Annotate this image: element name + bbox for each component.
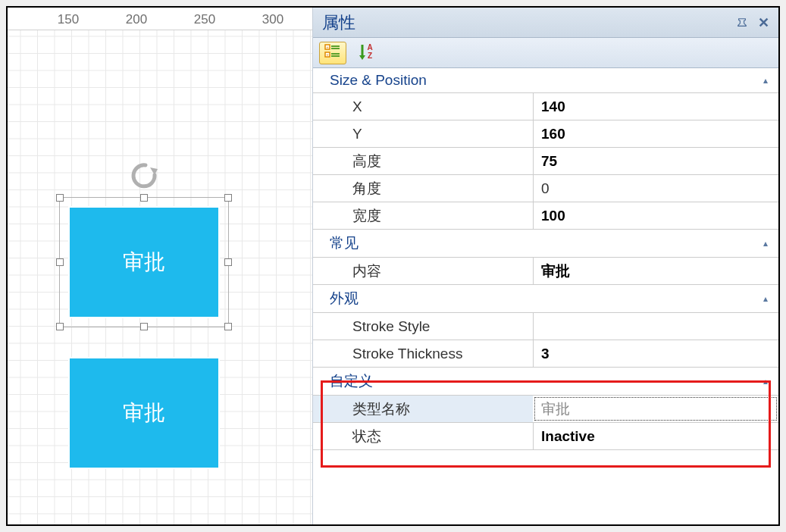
category-label: 外观 bbox=[330, 289, 359, 308]
resize-handle[interactable] bbox=[56, 258, 64, 266]
prop-name: 角度 bbox=[313, 175, 533, 202]
prop-value-editing[interactable]: 审批 bbox=[534, 397, 777, 421]
prop-row-x[interactable]: X 140 bbox=[313, 93, 778, 120]
canvas-grid[interactable]: 审批 审批 bbox=[8, 30, 312, 524]
close-icon[interactable]: ✕ bbox=[757, 17, 769, 29]
chevron-up-icon: ▴ bbox=[763, 293, 768, 304]
prop-name: Stroke Style bbox=[313, 313, 533, 340]
shape-label: 审批 bbox=[123, 248, 165, 277]
prop-value[interactable]: Inactive bbox=[533, 423, 778, 449]
alphabetical-view-button[interactable]: A Z bbox=[354, 42, 381, 64]
category-header-common[interactable]: 常见 ▴ bbox=[313, 230, 778, 258]
svg-text:+: + bbox=[326, 52, 329, 57]
resize-handle[interactable] bbox=[140, 323, 148, 330]
prop-value[interactable]: 100 bbox=[533, 202, 778, 229]
ruler-tick: 200 bbox=[126, 12, 147, 27]
canvas-pane: 150 200 250 300 审批 bbox=[8, 8, 312, 524]
prop-row-stroke-style[interactable]: Stroke Style bbox=[313, 313, 778, 340]
properties-panel: 属性 ✕ + + bbox=[312, 8, 778, 524]
properties-panel-title-tools: ✕ bbox=[736, 17, 769, 29]
prop-name: 高度 bbox=[313, 148, 533, 174]
category-header-size-position[interactable]: Size & Position ▴ bbox=[313, 68, 778, 93]
ruler-tick: 150 bbox=[58, 12, 79, 27]
category-label: 自定义 bbox=[330, 371, 373, 391]
category-label: Size & Position bbox=[330, 72, 427, 89]
diagram-shape[interactable]: 审批 bbox=[68, 357, 220, 469]
ruler-tick: 250 bbox=[194, 12, 215, 27]
prop-row-y[interactable]: Y 160 bbox=[313, 120, 778, 148]
category-label: 常见 bbox=[330, 233, 359, 253]
prop-value[interactable]: 140 bbox=[533, 93, 778, 120]
rotate-handle-icon[interactable] bbox=[129, 160, 159, 190]
prop-name: 状态 bbox=[313, 423, 533, 449]
resize-handle[interactable] bbox=[140, 194, 148, 202]
prop-row-width[interactable]: 宽度 100 bbox=[313, 202, 778, 230]
pin-icon[interactable] bbox=[736, 17, 748, 29]
prop-value[interactable]: 75 bbox=[533, 148, 778, 174]
prop-name: X bbox=[313, 93, 533, 120]
shape-label: 审批 bbox=[123, 399, 165, 427]
prop-name: 内容 bbox=[313, 258, 533, 284]
prop-row-content[interactable]: 内容 审批 bbox=[313, 258, 778, 285]
prop-value[interactable]: 3 bbox=[533, 340, 778, 367]
diagram-shape-selected[interactable]: 审批 bbox=[68, 206, 220, 318]
resize-handle[interactable] bbox=[56, 194, 64, 202]
resize-handle[interactable] bbox=[224, 258, 232, 266]
prop-value[interactable]: 0 bbox=[533, 175, 778, 202]
prop-row-type-name[interactable]: 类型名称 审批 bbox=[313, 396, 778, 423]
svg-marker-0 bbox=[150, 167, 158, 175]
properties-list: Size & Position ▴ X 140 Y 160 高度 75 角度 0… bbox=[313, 68, 778, 524]
prop-name: Stroke Thickness bbox=[313, 340, 533, 367]
sort-az-icon: A Z bbox=[359, 42, 377, 63]
prop-name: Y bbox=[313, 120, 533, 147]
prop-name: 宽度 bbox=[313, 202, 533, 229]
properties-toolbar: + + A Z bbox=[313, 38, 778, 68]
chevron-up-icon: ▴ bbox=[763, 238, 768, 249]
categorized-view-button[interactable]: + + bbox=[319, 42, 346, 64]
categorized-icon: + + bbox=[324, 42, 342, 63]
svg-text:+: + bbox=[326, 45, 329, 49]
app-frame: 150 200 250 300 审批 bbox=[6, 6, 780, 526]
properties-panel-title-bar: 属性 ✕ bbox=[313, 8, 778, 38]
prop-name: 类型名称 bbox=[313, 396, 533, 422]
ruler-tick: 300 bbox=[262, 12, 283, 27]
resize-handle[interactable] bbox=[224, 323, 232, 330]
prop-value[interactable]: 审批 bbox=[533, 258, 778, 284]
horizontal-ruler: 150 200 250 300 bbox=[8, 8, 312, 30]
category-header-custom[interactable]: 自定义 ▴ bbox=[313, 368, 778, 396]
svg-text:A: A bbox=[367, 43, 372, 52]
prop-row-stroke-thickness[interactable]: Stroke Thickness 3 bbox=[313, 340, 778, 368]
prop-value[interactable]: 160 bbox=[533, 120, 778, 147]
category-header-appearance[interactable]: 外观 ▴ bbox=[313, 285, 778, 313]
resize-handle[interactable] bbox=[56, 323, 64, 330]
svg-marker-9 bbox=[359, 55, 365, 60]
svg-text:Z: Z bbox=[368, 52, 372, 60]
chevron-up-icon: ▴ bbox=[763, 75, 768, 86]
prop-row-angle[interactable]: 角度 0 bbox=[313, 175, 778, 202]
prop-row-height[interactable]: 高度 75 bbox=[313, 148, 778, 175]
prop-value[interactable] bbox=[533, 313, 778, 340]
prop-row-status[interactable]: 状态 Inactive bbox=[313, 423, 778, 450]
resize-handle[interactable] bbox=[224, 194, 232, 202]
properties-panel-title: 属性 bbox=[322, 11, 355, 34]
chevron-up-icon: ▴ bbox=[763, 376, 768, 386]
